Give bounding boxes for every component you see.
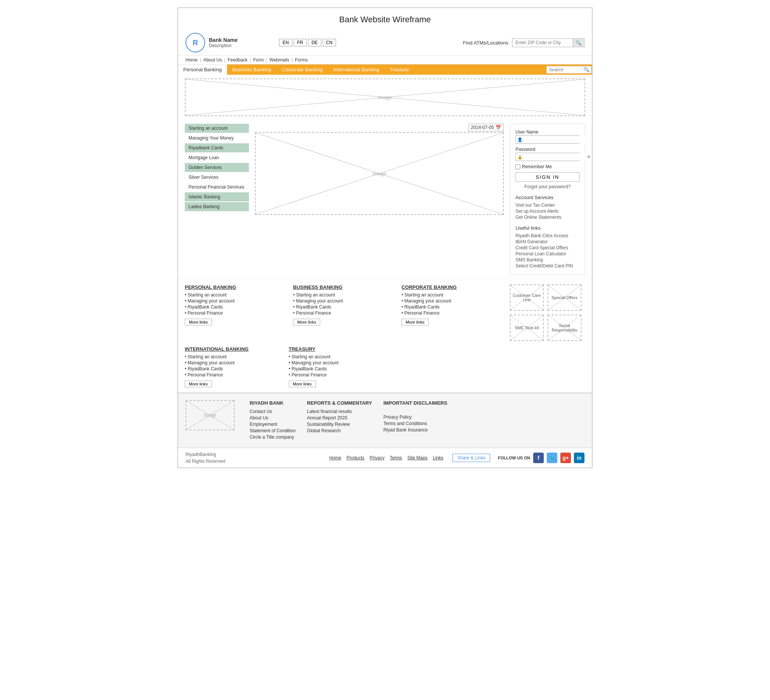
footer-privacy-policy[interactable]: Privacy Policy [383, 415, 447, 420]
sidebar-golden-services[interactable]: Golden Services [185, 163, 249, 172]
citrix-access-link[interactable]: Riyadh Bank Citrix Access [516, 233, 579, 238]
personal-banking-title[interactable]: PERSONAL BANKING [185, 284, 285, 290]
bottom-nav-links[interactable]: Links [433, 455, 443, 460]
special-offers-box[interactable]: Special Offers [548, 284, 581, 311]
footer-riyad-insurance[interactable]: Riyad Bank Insurance [383, 427, 447, 433]
googleplus-icon[interactable]: g+ [560, 452, 571, 463]
social-responsibility-label: Social Responsibility [548, 323, 581, 332]
bank-description: Description [209, 43, 238, 48]
footer-employment[interactable]: Employement [250, 422, 296, 427]
top-nav-webmails[interactable]: Webmails [270, 57, 289, 63]
top-nav-about[interactable]: About Us [203, 57, 222, 63]
center-image-label: Image [372, 171, 386, 177]
bottom-nav-products[interactable]: Products [346, 455, 364, 460]
bottom-bar-nav: Home Products Privacy Terms Site Maps Li… [329, 454, 490, 462]
business-more-links-button[interactable]: More links [293, 319, 320, 326]
top-nav-home[interactable]: Home [186, 57, 197, 63]
sidebar-riyadbank-cards[interactable]: Riyadbank Cards [185, 143, 249, 152]
treasury-title[interactable]: TREASURY [289, 346, 385, 352]
lock-icon: 🔒 [516, 155, 524, 160]
sign-in-button[interactable]: SIGN IN [516, 172, 579, 182]
footer-annual-report[interactable]: Annual Report 2020 [307, 415, 372, 421]
top-nav-forms[interactable]: Forms [295, 57, 308, 63]
customer-care-box[interactable]: Customer Care Unit [510, 284, 544, 311]
footer-contact-us[interactable]: Contact Us [250, 409, 296, 414]
facebook-icon[interactable]: f [533, 452, 544, 463]
username-input[interactable] [524, 136, 585, 143]
share-links-button[interactable]: Share & Links [453, 454, 490, 462]
business-banking-list: Starting an account Managing your accoun… [293, 292, 394, 316]
calendar-icon[interactable]: 📅 [495, 125, 501, 130]
social-responsibility-box[interactable]: Social Responsibility [548, 314, 581, 341]
corporate-banking-title[interactable]: CORPORATE BANKING [401, 284, 502, 290]
loan-calculator-link[interactable]: Personal Loan Calculator [516, 251, 579, 256]
sms-banking-link[interactable]: SMS Banking [516, 257, 579, 262]
forgot-password-link[interactable]: Forgot your password? [516, 184, 579, 190]
personal-more-links-button[interactable]: More links [185, 319, 212, 326]
treasury-section: TREASURY Starting an account Managing yo… [289, 346, 385, 387]
twitter-icon[interactable]: 🐦 [547, 452, 557, 463]
footer-disclaimers-title: IMPORTANT DISCLAIMERS [383, 400, 447, 406]
sidebar-managing-money[interactable]: Managing Your Money [185, 133, 249, 143]
international-banking-title[interactable]: INTERNATIONAL BANKING [185, 346, 281, 352]
bottom-nav-sitemaps[interactable]: Site Maps [407, 455, 427, 460]
sme-toolkit-box[interactable]: SME Took kit [510, 314, 544, 341]
footer-about-us[interactable]: About Us [250, 415, 296, 421]
lang-en-button[interactable]: EN [279, 39, 292, 46]
business-banking-title[interactable]: BUSINESS BANKING [293, 284, 394, 290]
tax-center-link[interactable]: Visit our Tax Center [516, 203, 579, 208]
international-more-links-button[interactable]: More links [185, 381, 212, 387]
footer-global-research[interactable]: Global Research [307, 428, 372, 433]
eye-icon[interactable]: 👁 [585, 155, 592, 159]
nav-corporate-banking[interactable]: Corporate Banking [277, 65, 328, 75]
main-nav: Personal Banking Business Banking Corpor… [178, 65, 592, 75]
online-statements-link[interactable]: Get Online Statements [516, 215, 579, 220]
card-pin-link[interactable]: Select Credit/Debit Card PIN [516, 263, 579, 269]
credit-card-offers-link[interactable]: Credit Card Special Offers [516, 245, 579, 250]
remember-label: Remember Me [522, 164, 552, 169]
bottom-nav-privacy[interactable]: Privacy [370, 455, 384, 460]
nav-business-banking[interactable]: Business Banking [227, 65, 277, 75]
bottom-nav-terms[interactable]: Terms [390, 455, 402, 460]
nav-personal-banking[interactable]: Personal Banking [178, 65, 227, 75]
footer-financial-results[interactable]: Latest financial results [307, 409, 372, 414]
footer-sustainability[interactable]: Sustainability Review [307, 422, 372, 427]
business-banking-section: BUSINESS BANKING Starting an account Man… [293, 284, 394, 341]
zip-input[interactable] [513, 39, 573, 47]
list-item: RiyadBank Cards [293, 305, 394, 309]
list-item: RiyadBank Cards [289, 366, 385, 371]
iban-generator-link[interactable]: IBAN Generator [516, 239, 579, 245]
top-nav-feedback[interactable]: Feedback [228, 57, 248, 63]
sidebar: Starting an account Managing Your Money … [185, 124, 249, 275]
linkedin-icon[interactable]: in [574, 452, 584, 463]
sidebar-islamic-banking[interactable]: Islamic Banking [185, 192, 249, 201]
nav-treasury[interactable]: Treasury [385, 65, 414, 75]
nav-international-banking[interactable]: International Banking [328, 65, 385, 75]
footer-disclaimers: IMPORTANT DISCLAIMERS Privacy Policy Ter… [383, 400, 447, 441]
banner-image: Image [185, 78, 585, 116]
password-input[interactable] [524, 153, 585, 160]
find-atm-label: Find ATMs/Locations [463, 40, 508, 45]
sidebar-ladies-banking[interactable]: Ladies Banking [185, 202, 249, 211]
top-nav-form[interactable]: Form [253, 57, 264, 63]
zip-search-button[interactable]: 🔍 [573, 39, 584, 47]
lang-fr-button[interactable]: FR [294, 39, 307, 46]
list-item: Personal Finance [289, 372, 385, 378]
footer-terms-conditions[interactable]: Terms and Conditions [383, 421, 447, 426]
main-search-button[interactable]: 🔍 [583, 67, 590, 73]
footer-circle-title[interactable]: Circle a Title company [250, 434, 296, 440]
login-box: User Name 👤 Password 🔒 👁 Remember Me SIG… [510, 124, 585, 275]
remember-checkbox[interactable] [516, 164, 520, 169]
sidebar-mortgage-loan[interactable]: Mortgage Loan [185, 153, 249, 162]
corporate-more-links-button[interactable]: More links [401, 319, 429, 326]
bottom-nav-home[interactable]: Home [329, 455, 341, 460]
treasury-more-links-button[interactable]: More links [289, 381, 316, 387]
lang-cn-button[interactable]: CN [323, 39, 336, 46]
header-right: Find ATMs/Locations 🔍 [463, 39, 584, 47]
account-alerts-link[interactable]: Set up Account Alerts [516, 209, 579, 214]
sidebar-starting-account[interactable]: Starting an account [185, 124, 249, 133]
footer-statement-condition[interactable]: Statement of Condition [250, 428, 296, 433]
sidebar-personal-financial[interactable]: Personal Financial Services [185, 183, 249, 191]
lang-de-button[interactable]: DE [308, 39, 321, 46]
sidebar-silver-services[interactable]: Silver Services [185, 173, 249, 182]
